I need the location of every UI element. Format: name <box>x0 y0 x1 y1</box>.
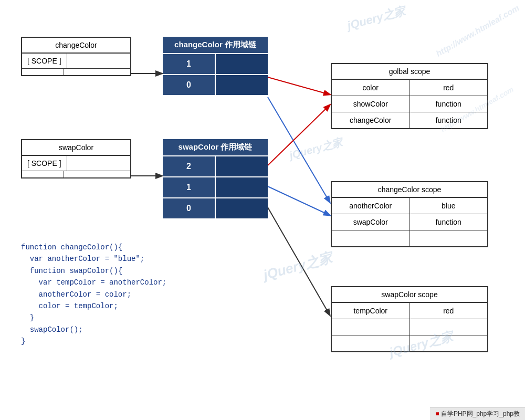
swapcolor-chain-title: swapColor 作用域链 <box>163 139 268 155</box>
global-showcolor-key: showColor <box>332 96 410 112</box>
changecolor-swapcolor-key: swapColor <box>332 214 410 230</box>
swapcolor-scope-empty3-left <box>332 335 410 351</box>
global-scope-title: golbal scope <box>332 64 487 80</box>
global-changecolor-val: function <box>410 112 488 128</box>
global-showcolor-val: function <box>410 96 488 112</box>
watermark-1: jQuery之家 <box>345 3 407 34</box>
swapcolor-chain-2: 2 <box>163 156 216 176</box>
swapcolor-scope-label: [ SCOPE ] <box>22 156 67 171</box>
global-scope-box: golbal scope color red showColor functio… <box>331 63 488 129</box>
swapcolor-scope-empty3-right <box>410 335 488 351</box>
swapcolor-chain-0: 0 <box>163 198 216 218</box>
swapcolor-scope-box: swapColor scope tempColor red <box>331 286 488 352</box>
global-changecolor-key: changeColor <box>332 112 410 128</box>
swapcolor-chain-1-right <box>216 177 268 197</box>
swapcolor-tempcolor-key: tempColor <box>332 303 410 319</box>
changecolor-scope-label: [ SCOPE ] <box>22 54 67 68</box>
code-line-9: } <box>21 335 166 347</box>
changecolor-func-title: changeColor <box>22 38 130 54</box>
swapcolor-scope-empty2-left <box>332 319 410 335</box>
svg-line-3 <box>268 97 330 202</box>
global-color-val: red <box>410 80 488 96</box>
swapcolor-extra-left <box>22 171 64 177</box>
swapcolor-func-box: swapColor [ SCOPE ] <box>21 139 131 178</box>
changecolor-chain-1: 1 <box>163 54 216 74</box>
swapcolor-chain-1: 1 <box>163 177 216 197</box>
changecolor-scope-box: changeColor scope anotherColor blue swap… <box>331 181 488 247</box>
svg-line-6 <box>268 207 330 315</box>
code-line-7: } <box>21 312 166 323</box>
swapcolor-scope-empty2-right <box>410 319 488 335</box>
changecolor-chain-title: changeColor 作用域链 <box>163 37 268 53</box>
code-line-1: function changeColor(){ <box>21 242 166 253</box>
changecolor-func-box: changeColor [ SCOPE ] <box>21 37 131 76</box>
changecolor-chain-box: changeColor 作用域链 1 0 <box>163 37 268 95</box>
bottom-text: 自学PHP网_php学习_php教 <box>441 410 520 417</box>
swapcolor-chain-2-right <box>216 156 268 176</box>
code-line-6: color = tempColor; <box>21 300 166 312</box>
swapcolor-chain-0-right <box>216 198 268 218</box>
changecolor-swapcolor-val: function <box>410 214 488 230</box>
code-line-3: function swapColor(){ <box>21 265 166 277</box>
changecolor-extra-right <box>64 69 106 75</box>
global-color-key: color <box>332 80 410 96</box>
swapcolor-chain-box: swapColor 作用域链 2 1 0 <box>163 139 268 218</box>
changecolor-scope-empty-left <box>332 230 410 246</box>
changecolor-scope-empty-right <box>410 230 488 246</box>
changecolor-chain-0: 0 <box>163 75 216 95</box>
changecolor-anothercolor-val: blue <box>410 198 488 214</box>
swapcolor-scope-title: swapColor scope <box>332 287 487 303</box>
svg-line-5 <box>268 186 330 215</box>
code-line-2: var anotherColor = "blue"; <box>21 253 166 265</box>
watermark-3: jQuery之家 <box>261 248 334 285</box>
svg-line-2 <box>268 77 330 94</box>
code-line-5: anotherColor = color; <box>21 289 166 300</box>
swapcolor-func-title: swapColor <box>22 140 130 156</box>
watermark-5: http://www.htmleaf.com <box>435 3 521 59</box>
watermark-2: jQuery之家 <box>288 135 344 163</box>
changecolor-chain-1-right <box>216 54 268 74</box>
changecolor-chain-0-right <box>216 75 268 95</box>
bottom-logo: ■ <box>435 410 439 417</box>
swapcolor-extra-right <box>64 171 106 177</box>
swapcolor-scope-value <box>67 156 109 171</box>
code-line-8: swapColor(); <box>21 324 166 335</box>
changecolor-scope-title: changeColor scope <box>332 182 487 198</box>
bottom-bar: ■ 自学PHP网_php学习_php教 <box>430 407 525 420</box>
changecolor-scope-value <box>67 54 109 68</box>
svg-line-4 <box>268 105 330 165</box>
changecolor-anothercolor-key: anotherColor <box>332 198 410 214</box>
code-block: function changeColor(){ var anotherColor… <box>21 242 166 348</box>
code-line-4: var tempColor = anotherColor; <box>21 277 166 288</box>
swapcolor-tempcolor-val: red <box>410 303 488 319</box>
changecolor-extra-left <box>22 69 64 75</box>
